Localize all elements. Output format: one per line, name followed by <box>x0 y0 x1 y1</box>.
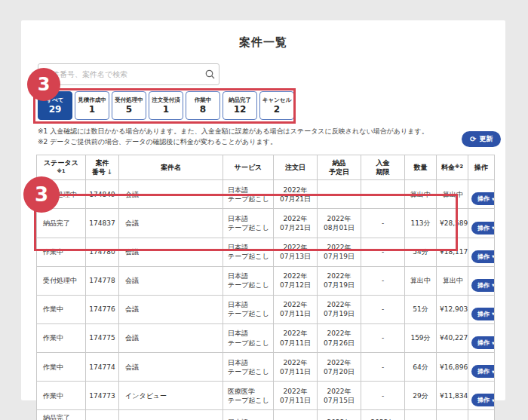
cell-order-date: 2022年 07月11日 <box>274 382 318 410</box>
cell-quantity: 算出中 <box>405 266 437 295</box>
row-action-button[interactable]: 操作 ▼ <box>471 279 495 292</box>
cell-quantity: 54分 <box>405 238 437 266</box>
row-action-button[interactable]: 操作 ▼ <box>471 222 495 235</box>
filter-tab-4[interactable]: 作業中 8 <box>186 91 220 120</box>
footnote-marker: ※1 <box>57 168 66 174</box>
sort-descending-icon[interactable]: ↓ <box>107 168 113 176</box>
cell-action: 操作 ▼ <box>468 323 495 352</box>
column-header-quantity: 数量 <box>405 155 437 180</box>
cell-fee: 算出中 <box>437 180 468 209</box>
cell-name: 会議 <box>119 353 223 382</box>
column-header-number[interactable]: 案件 番号↓ <box>86 155 119 180</box>
cell-order-date: 2022年 07月11日 <box>274 353 318 382</box>
filter-tab-1[interactable]: 見積作成中 1 <box>75 91 109 120</box>
cell-name: 会議 <box>119 323 223 352</box>
table-row: 受付処理中 174849 会議 日本語 テープ起こし 2022年 07月21日 … <box>37 180 495 209</box>
search-icon[interactable] <box>201 69 219 79</box>
search-box <box>38 63 219 85</box>
action-label: 操作 <box>477 339 490 347</box>
cell-action: 操作 ▼ <box>468 209 495 238</box>
chevron-down-icon: ▼ <box>492 254 495 259</box>
cell-number: 174778 <box>86 266 119 295</box>
table-row: 受付処理中 174778 会議 日本語 テープ起こし 2022年 07月12日 … <box>37 266 495 295</box>
cell-payment-due: 2022年 08月31日 <box>361 410 405 420</box>
row-action-button[interactable]: 操作 ▼ <box>471 394 495 406</box>
cell-name: 会議 <box>119 295 223 323</box>
column-header-order-date: 注文日 <box>274 155 318 180</box>
cell-status: 作業中 <box>37 295 86 323</box>
action-label: 操作 <box>477 224 490 232</box>
cell-name: インタビュー <box>119 382 223 410</box>
footnote-1: ※1 入金確認には数日かかる場合があります。また、入金金額に誤差がある場合はステ… <box>38 127 428 137</box>
cell-payment-due: - <box>361 209 405 238</box>
chevron-down-icon: ▼ <box>492 369 495 374</box>
cell-number: 174774 <box>86 353 119 382</box>
cell-fee: ¥11,834 <box>437 382 468 410</box>
filter-tab-6[interactable]: キャンセル 2 <box>259 91 294 120</box>
cell-action: 操作 ▼ <box>468 353 495 382</box>
search-input[interactable] <box>38 70 201 78</box>
filter-tab-count: 12 <box>234 105 247 115</box>
filter-tab-label: キャンセル <box>262 97 291 104</box>
cell-number: 174780 <box>86 238 119 266</box>
cell-status: 納品完了 （入金待ち） <box>37 410 86 420</box>
chevron-down-icon: ▼ <box>492 197 495 201</box>
chevron-down-icon: ▼ <box>492 225 495 230</box>
projects-table: ステータス※1案件 番号↓案件名サービス注文日納品 予定日入金 期限数量料金※2… <box>36 155 495 420</box>
cell-service: 日本語 テープ起こし <box>223 323 274 352</box>
filter-tab-count: 1 <box>89 105 95 115</box>
refresh-button[interactable]: ⟳ 更新 <box>462 131 501 147</box>
cell-name: 会議 <box>119 209 223 238</box>
action-label: 操作 <box>477 195 490 203</box>
cell-fee: ¥26,526 <box>437 410 468 420</box>
table-row: 作業中 174775 会議 日本語 テープ起こし 2022年 07月11日 20… <box>37 323 495 352</box>
cell-delivery-date: 2022年 08月01日 <box>318 209 361 238</box>
chevron-down-icon: ▼ <box>492 311 495 316</box>
annotation-badge-1: 3 <box>27 68 60 101</box>
cell-name: 会議 <box>119 410 223 420</box>
chevron-down-icon: ▼ <box>492 398 495 403</box>
cell-fee: ¥12,903 <box>437 295 468 323</box>
refresh-label: 更新 <box>479 134 493 144</box>
row-action-button[interactable]: 操作 ▼ <box>471 192 495 205</box>
cell-quantity: 159分 <box>405 323 437 352</box>
filter-tab-5[interactable]: 納品完了 12 <box>223 91 257 120</box>
cell-quantity: 65分 <box>405 410 437 420</box>
cell-service: 医療医学 テープ起こし <box>223 382 274 410</box>
action-label: 操作 <box>477 281 490 290</box>
filter-tab-count: 8 <box>200 105 206 115</box>
filter-tab-label: 受付処理中 <box>115 97 143 104</box>
filter-tab-3[interactable]: 注文受付済 1 <box>149 91 183 120</box>
cell-number: 174776 <box>86 295 119 323</box>
cell-delivery-date: 2022年 07月19日 <box>318 238 361 266</box>
chevron-down-icon: ▼ <box>492 283 495 287</box>
cell-delivery-date: 2022年 07月26日 <box>318 323 361 352</box>
column-header-name: 案件名 <box>119 155 223 180</box>
cell-service: 日本語 テープ起こし <box>223 353 274 382</box>
cell-order-date: 2022年 07月12日 <box>274 266 318 295</box>
page-title: 案件一覧 <box>21 35 505 50</box>
filter-tab-label: 作業中 <box>195 97 212 104</box>
cell-name: 会議 <box>119 266 223 295</box>
row-action-button[interactable]: 操作 ▼ <box>471 365 495 378</box>
cell-service: 日本語 テープ起こし <box>223 295 274 323</box>
cell-delivery-date: 2022年 07月15日 <box>318 382 361 410</box>
cell-service: 日本語 テープ起こし <box>223 238 274 266</box>
cell-status: 受付処理中 <box>37 266 86 295</box>
cell-service: 日本語 テープ起こし <box>223 410 274 420</box>
row-action-button[interactable]: 操作 ▼ <box>471 336 495 349</box>
cell-status: 納品完了 <box>37 209 86 238</box>
filter-tab-2[interactable]: 受付処理中 5 <box>112 91 146 120</box>
cell-action: 操作 ▼ <box>468 295 495 323</box>
filter-tab-label: 納品完了 <box>229 97 251 104</box>
column-header-payment-due: 入金 期限 <box>361 155 405 180</box>
row-action-button[interactable]: 操作 ▼ <box>471 308 495 320</box>
cell-status: 作業中 <box>37 323 86 352</box>
column-header-delivery-date: 納品 予定日 <box>318 155 361 180</box>
cell-service: 日本語 テープ起こし <box>223 266 274 295</box>
cell-order-date: 2022年 07月21日 <box>274 209 318 238</box>
filter-tab-label: 見積作成中 <box>78 97 106 104</box>
action-label: 操作 <box>477 396 490 404</box>
filter-tab-count: 1 <box>163 105 169 115</box>
row-action-button[interactable]: 操作 ▼ <box>471 250 495 263</box>
